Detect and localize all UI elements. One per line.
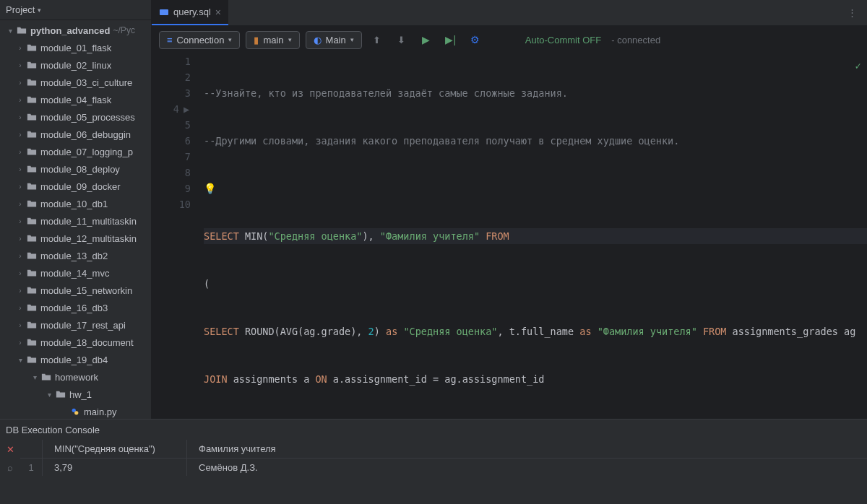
result-cell[interactable]: 3,79 — [42, 459, 186, 476]
twisty-collapsed-icon[interactable]: › — [14, 42, 26, 53]
run-marker-icon[interactable]: ▶ — [182, 101, 191, 117]
inspection-ok-icon[interactable]: ✓ — [855, 58, 861, 74]
tree-item[interactable]: ›module_14_mvc — [0, 264, 151, 282]
code-body[interactable]: --Узнайте, кто из преподавателей задаёт … — [198, 53, 867, 419]
line-number: 3 — [185, 85, 191, 101]
twisty-expanded-icon[interactable]: ▾ — [43, 388, 55, 400]
tree-item[interactable]: ›module_05_processes — [0, 108, 151, 126]
twisty-collapsed-icon[interactable]: › — [14, 129, 26, 140]
connection-button[interactable]: ≡ Connection ▾ — [159, 31, 240, 49]
sql-file-icon — [159, 7, 169, 17]
folder-icon — [26, 198, 38, 209]
code-text: ( — [204, 278, 210, 290]
tree-label: module_05_processes — [40, 112, 135, 123]
tree-item[interactable]: ›module_04_flask — [0, 91, 151, 108]
session-main-button[interactable]: ◐ Main ▾ — [306, 31, 362, 49]
tree-item[interactable]: ›module_13_db2 — [0, 247, 151, 264]
twisty-collapsed-icon[interactable]: › — [14, 111, 26, 123]
result-col-header[interactable]: Фамилия учителя — [186, 440, 331, 458]
result-col-header[interactable]: MIN("Средняя оценка") — [42, 440, 186, 458]
chevron-down-icon: ▾ — [288, 36, 292, 43]
schema-main-button[interactable]: ▮ main ▾ — [246, 31, 299, 49]
twisty-collapsed-icon[interactable]: › — [14, 284, 26, 296]
tree-item-open-module[interactable]: ▾ module_19_db4 — [0, 351, 151, 368]
schema-label: main — [263, 35, 283, 45]
svg-point-1 — [74, 411, 78, 414]
tree-item[interactable]: ›module_07_logging_p — [0, 143, 151, 160]
tree-label: module_06_debuggin — [40, 129, 131, 140]
tree-item-mainpy[interactable]: main.py — [0, 403, 151, 419]
code-text: , t.full_name — [497, 326, 579, 337]
schema-icon: ▮ — [254, 35, 259, 45]
folder-icon — [26, 319, 38, 331]
tree-label: module_04_flask — [40, 95, 111, 105]
tree-item[interactable]: ›module_11_multitaskin — [0, 212, 151, 230]
code-text: "Средняя оценка" — [268, 230, 362, 242]
tree-item[interactable]: ›module_17_rest_api — [0, 316, 151, 334]
folder-icon — [26, 59, 38, 71]
twisty-collapsed-icon[interactable]: › — [14, 215, 26, 227]
tree-item[interactable]: ›module_15_networkin — [0, 282, 151, 299]
twisty-expanded-icon[interactable]: ▾ — [4, 25, 16, 36]
run-icon[interactable]: ▶ — [417, 30, 436, 49]
folder-icon — [16, 25, 27, 36]
code-editor[interactable]: 1 2 3 4▶ 5 6 7 8 9 10 --Узнайте, кто из … — [152, 53, 867, 419]
tx-rollback-icon[interactable]: ⬇ — [392, 30, 411, 49]
auto-commit-status[interactable]: Auto-Commit OFF — [525, 35, 601, 45]
result-row[interactable]: 1 3,79 Семёнов Д.З. — [20, 459, 867, 476]
tree-label: main.py — [84, 407, 117, 417]
tree-item[interactable]: ›module_03_ci_culture — [0, 74, 151, 91]
close-icon[interactable]: × — [215, 6, 221, 18]
folder-icon — [26, 250, 38, 261]
intention-bulb-icon[interactable]: 💡 — [204, 183, 216, 194]
twisty-expanded-icon[interactable]: ▾ — [29, 371, 40, 383]
gear-icon[interactable]: ⚙ — [466, 30, 485, 49]
code-text: assignments a — [228, 373, 316, 385]
twisty-collapsed-icon[interactable]: › — [14, 146, 26, 157]
tree-label: module_12_multitaskin — [40, 233, 137, 244]
result-cell[interactable]: Семёнов Д.З. — [186, 459, 331, 476]
code-text — [592, 326, 598, 337]
twisty-collapsed-icon[interactable]: › — [14, 319, 26, 331]
twisty-collapsed-icon[interactable]: › — [14, 267, 26, 279]
run-plan-icon[interactable]: ▶| — [441, 30, 460, 49]
twisty-expanded-icon[interactable]: ▾ — [14, 354, 26, 365]
folder-icon — [26, 284, 38, 296]
tree-label: module_03_ci_culture — [40, 77, 132, 88]
twisty-collapsed-icon[interactable]: › — [14, 233, 26, 244]
twisty-collapsed-icon[interactable]: › — [14, 302, 26, 313]
sidebar-header[interactable]: Project ▾ — [0, 0, 151, 20]
db-console-title[interactable]: DB Execution Console — [0, 420, 867, 440]
tree-root[interactable]: ▾ python_advanced ~/Pyc — [0, 22, 151, 39]
twisty-collapsed-icon[interactable]: › — [14, 94, 26, 105]
twisty-collapsed-icon[interactable]: › — [14, 163, 26, 175]
tree-item[interactable]: ›module_10_db1 — [0, 195, 151, 212]
twisty-collapsed-icon[interactable]: › — [14, 59, 26, 71]
tree-item[interactable]: ›module_18_document — [0, 334, 151, 351]
tab-more-icon[interactable]: ⋮ — [842, 4, 861, 22]
twisty-collapsed-icon[interactable]: › — [14, 181, 26, 192]
filter-icon[interactable]: ⌕ — [7, 462, 13, 473]
folder-icon — [26, 146, 38, 157]
twisty-collapsed-icon[interactable]: › — [14, 250, 26, 261]
tree-item[interactable]: ›module_12_multitaskin — [0, 230, 151, 247]
tree-item-homework[interactable]: ▾ homework — [0, 368, 151, 386]
twisty-collapsed-icon[interactable]: › — [14, 198, 26, 209]
tree-item-hw1[interactable]: ▾ hw_1 — [0, 386, 151, 403]
code-text: as — [386, 326, 397, 337]
gutter: 1 2 3 4▶ 5 6 7 8 9 10 — [152, 53, 198, 419]
tree-item[interactable]: ›module_02_linux — [0, 56, 151, 74]
tree-item[interactable]: ›module_08_deploy — [0, 160, 151, 178]
tree-item[interactable]: ›module_09_docker — [0, 178, 151, 195]
code-text: 2 — [368, 326, 374, 337]
session-icon: ◐ — [314, 35, 322, 45]
tree-item[interactable]: ›module_06_debuggin — [0, 126, 151, 143]
tx-commit-icon[interactable]: ⬆ — [368, 30, 387, 49]
tree-item[interactable]: ›module_01_flask — [0, 39, 151, 56]
folder-icon — [26, 215, 38, 227]
close-icon[interactable]: ✕ — [7, 444, 14, 455]
twisty-collapsed-icon[interactable]: › — [14, 336, 26, 348]
twisty-collapsed-icon[interactable]: › — [14, 77, 26, 88]
tab-query-sql[interactable]: query.sql × — [152, 0, 228, 25]
tree-item[interactable]: ›module_16_db3 — [0, 299, 151, 316]
